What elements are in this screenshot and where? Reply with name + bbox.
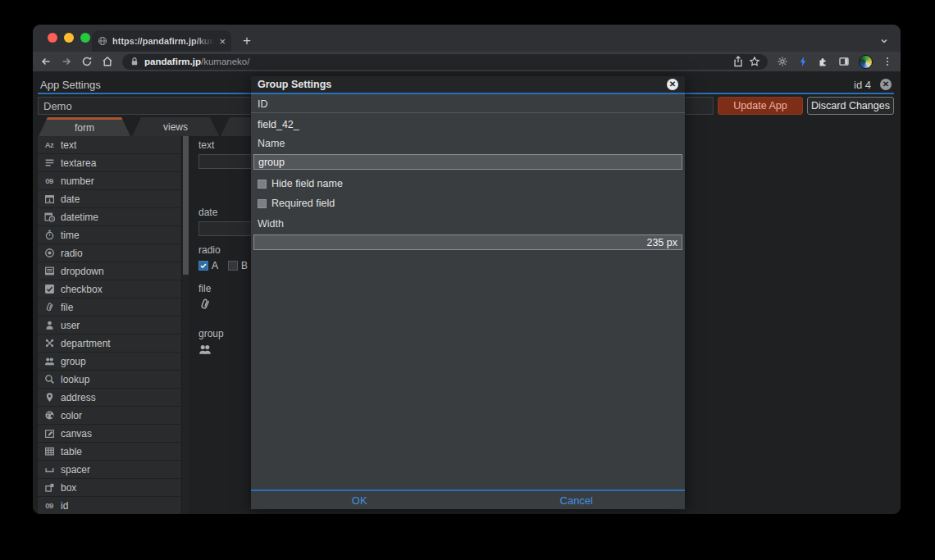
sidebar-item-textarea[interactable]: textarea [38, 154, 181, 172]
hide-field-checkbox[interactable] [258, 180, 267, 189]
browser-toolbar: pandafirm.jp/kumaneko/ [33, 52, 901, 71]
lookup-icon [43, 374, 55, 385]
sidebar-item-time[interactable]: time [38, 226, 181, 244]
tab-close-icon[interactable]: × [219, 36, 226, 47]
side-panel-icon[interactable] [838, 56, 850, 67]
sidebar-item-lookup[interactable]: lookup [38, 371, 181, 389]
bolt-extension-icon[interactable] [797, 56, 809, 67]
sidebar-item-date[interactable]: date [38, 190, 181, 208]
sidebar-item-label: radio [61, 248, 83, 259]
favicon-globe-icon [98, 36, 107, 46]
sidebar-item-color[interactable]: color [38, 407, 181, 425]
sidebar-item-radio[interactable]: radio [38, 244, 181, 262]
sidebar-item-address[interactable]: address [38, 389, 181, 407]
share-icon[interactable] [732, 56, 744, 67]
dialog-header: Group Settings ✕ [251, 76, 685, 94]
sidebar-item-text[interactable]: Aztext [38, 136, 181, 154]
sidebar-item-label: textarea [61, 157, 96, 169]
number-icon: 09 [43, 175, 55, 186]
forward-icon[interactable] [61, 56, 72, 67]
spacer-icon [43, 464, 55, 475]
extensions-puzzle-icon[interactable] [818, 56, 829, 67]
sidebar-item-label: dropdown [61, 266, 104, 277]
dialog-close-icon[interactable]: ✕ [667, 79, 678, 90]
new-tab-button[interactable]: + [243, 34, 251, 48]
sidebar-item-id[interactable]: 09id [38, 497, 181, 514]
sidebar-item-box[interactable]: box [38, 479, 181, 497]
bookmark-star-icon[interactable] [749, 56, 760, 67]
cancel-button[interactable]: Cancel [468, 491, 686, 509]
sidebar-item-label: spacer [61, 464, 90, 476]
sidebar-item-label: datetime [61, 212, 98, 223]
sidebar-item-number[interactable]: 09number [38, 172, 181, 190]
radio-option-a: A [212, 260, 218, 271]
sidebar-item-spacer[interactable]: spacer [38, 461, 181, 479]
profile-avatar[interactable] [859, 55, 873, 69]
sidebar-item-canvas[interactable]: canvas [38, 425, 181, 443]
sidebar-item-group[interactable]: group [38, 353, 181, 371]
tab-views[interactable]: views [132, 117, 219, 136]
discard-changes-button[interactable]: Discard Changes [807, 97, 894, 115]
browser-window: https://pandafirm.jp/kumaneko × + pandaf… [33, 25, 901, 514]
sidebar-item-label: color [61, 410, 82, 421]
sidebar-item-checkbox[interactable]: checkbox [38, 280, 181, 298]
page-content: App Settings id 4 ✕ Update App Discard C… [33, 71, 901, 514]
tab-title: https://pandafirm.jp/kumaneko [112, 36, 214, 46]
menu-kebab-icon[interactable] [882, 56, 893, 67]
sidebar-item-label: time [61, 230, 80, 241]
hide-field-name-row[interactable]: Hide field name [258, 178, 678, 189]
text-icon: Az [43, 139, 55, 150]
home-icon[interactable] [102, 56, 113, 67]
hide-field-label: Hide field name [271, 178, 343, 189]
sidebar-item-datetime[interactable]: datetime [38, 208, 181, 226]
sidebar-item-user[interactable]: user [38, 316, 181, 335]
width-label: Width [251, 214, 685, 232]
checked-checkbox-icon[interactable] [198, 261, 208, 271]
width-input[interactable] [253, 234, 682, 250]
dialog-title: Group Settings [258, 79, 331, 90]
sidebar-item-label: number [61, 175, 94, 187]
address-icon [43, 392, 55, 403]
address-bar[interactable]: pandafirm.jp/kumaneko/ [122, 54, 768, 70]
sidebar-item-label: address [61, 392, 96, 403]
tab-form[interactable]: form [39, 117, 130, 136]
zoom-window-button[interactable] [80, 33, 90, 43]
sidebar-item-table[interactable]: table [38, 443, 181, 461]
lock-icon[interactable] [130, 57, 139, 66]
page-title: App Settings [40, 79, 101, 91]
url-text[interactable]: pandafirm.jp/kumaneko/ [144, 57, 727, 66]
name-input[interactable] [253, 154, 682, 170]
gear-extension-icon[interactable] [777, 56, 788, 67]
required-field-checkbox[interactable] [258, 199, 267, 208]
close-settings-icon[interactable]: ✕ [880, 79, 892, 90]
sidebar-item-label: table [61, 446, 82, 458]
back-icon[interactable] [40, 56, 52, 67]
sidebar-item-file[interactable]: file [38, 298, 181, 316]
sidebar-item-dropdown[interactable]: dropdown [38, 262, 181, 280]
radio-option-b: B [241, 260, 248, 271]
url-host: pandafirm.jp [144, 57, 201, 66]
sidebar-item-label: department [61, 338, 111, 349]
textarea-icon [43, 157, 55, 168]
scrollbar-thumb[interactable] [183, 136, 189, 275]
reload-icon[interactable] [81, 56, 93, 67]
tab-strip: https://pandafirm.jp/kumaneko × + [33, 25, 901, 52]
radio-icon [43, 248, 55, 258]
sidebar-item-department[interactable]: department [38, 335, 181, 353]
update-app-button[interactable]: Update App [718, 97, 803, 115]
checkbox-icon [43, 284, 55, 294]
required-field-row[interactable]: Required field [258, 198, 678, 209]
tab-search-chevron-icon[interactable] [879, 36, 889, 46]
dialog-footer: OK Cancel [251, 489, 685, 509]
traffic-lights [48, 33, 90, 43]
browser-tab[interactable]: https://pandafirm.jp/kumaneko × [92, 30, 231, 52]
unchecked-checkbox-icon[interactable] [228, 261, 238, 271]
ok-button[interactable]: OK [251, 491, 468, 509]
sidebar-scrollbar[interactable] [182, 136, 190, 514]
name-label: Name [251, 134, 685, 152]
dialog-spacer [251, 250, 685, 489]
file-icon [43, 302, 55, 312]
minimize-window-button[interactable] [64, 33, 74, 43]
date-icon [43, 193, 55, 204]
close-window-button[interactable] [48, 33, 57, 43]
